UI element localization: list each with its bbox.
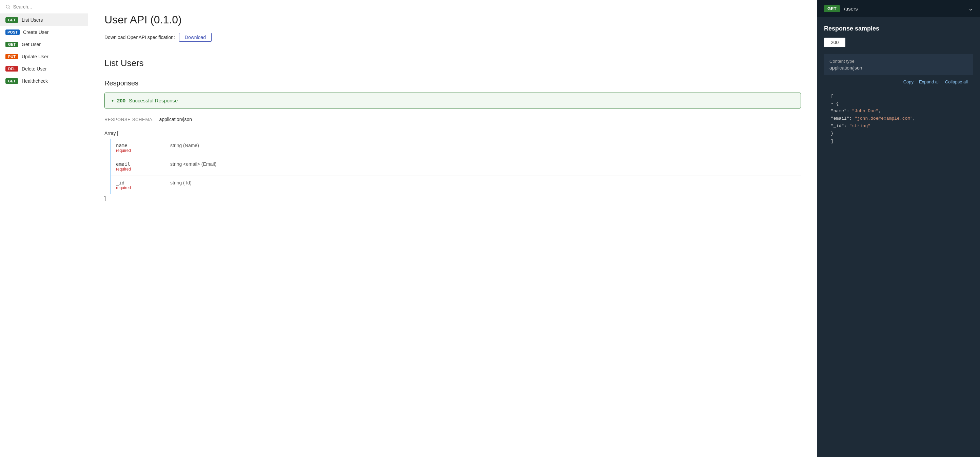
api-title: User API (0.1.0): [105, 14, 801, 26]
right-panel: GET /users ⌄ Response samples 200 Conten…: [817, 0, 980, 457]
nav-list: GETList UsersPOSTCreate UserGETGet UserP…: [0, 14, 88, 87]
response-code: 200: [117, 98, 126, 103]
response-200-box[interactable]: ▾ 200 Successful Response: [105, 92, 801, 108]
code-actions: Copy Expand all Collapse all: [824, 77, 973, 87]
close-bracket: ]: [105, 196, 801, 201]
svg-line-1: [9, 8, 10, 9]
sidebar-item-healthcheck[interactable]: GETHealthcheck: [0, 75, 88, 87]
nav-item-label: Delete User: [22, 66, 47, 71]
endpoint-method-badge: GET: [824, 5, 840, 12]
sidebar-item-update-user[interactable]: PUTUpdate User: [0, 51, 88, 63]
sidebar-item-create-user[interactable]: POSTCreate User: [0, 26, 88, 38]
schema-field-_id: _idrequiredstring ( Id): [111, 176, 801, 194]
nav-item-label: Update User: [22, 54, 48, 59]
sidebar-item-list-users[interactable]: GETList Users: [0, 14, 88, 26]
code-line: "email": "john.doe@example.com",: [831, 115, 966, 122]
schema-label: RESPONSE SCHEMA:: [105, 117, 154, 122]
search-input[interactable]: [13, 4, 83, 10]
field-name: name: [116, 143, 170, 148]
field-name-col: emailrequired: [116, 161, 170, 171]
field-required: required: [116, 186, 170, 190]
endpoint-chevron-icon[interactable]: ⌄: [968, 5, 973, 12]
field-name-col: _idrequired: [116, 180, 170, 190]
search-wrapper: [0, 0, 88, 14]
method-badge-post: POST: [5, 30, 20, 35]
chevron-down-icon: ▾: [111, 98, 114, 103]
code-line: "name": "John Doe",: [831, 108, 966, 115]
field-type: string (Name): [170, 143, 199, 148]
response-label: Successful Response: [129, 98, 178, 103]
main-content: User API (0.1.0) Download OpenAPI specif…: [88, 0, 817, 457]
method-badge-get: GET: [5, 42, 18, 47]
section-title: List Users: [105, 58, 801, 68]
content-type-label: Content type: [829, 59, 968, 64]
endpoint-left: GET /users: [824, 5, 858, 12]
responses-title: Responses: [105, 79, 801, 87]
download-label: Download OpenAPI specification:: [105, 35, 175, 40]
response-samples-title: Response samples: [824, 25, 973, 32]
copy-button[interactable]: Copy: [904, 79, 913, 84]
method-badge-del: DEL: [5, 66, 18, 71]
schema-field-email: emailrequiredstring <email> (Email): [111, 157, 801, 176]
content-type-value: application/json: [829, 65, 968, 70]
nav-item-label: Create User: [23, 30, 48, 35]
field-type: string <email> (Email): [170, 161, 216, 167]
sidebar-item-get-user[interactable]: GETGet User: [0, 38, 88, 51]
field-name-col: namerequired: [116, 143, 170, 153]
svg-point-0: [6, 5, 10, 8]
nav-item-label: Healthcheck: [22, 78, 48, 84]
status-tabs: 200: [824, 38, 973, 47]
sidebar: GETList UsersPOSTCreate UserGETGet UserP…: [0, 0, 88, 457]
field-name: _id: [116, 180, 170, 186]
code-line: - {: [831, 100, 966, 108]
schema-field-name: namerequiredstring (Name): [111, 139, 801, 157]
code-line: [: [831, 92, 966, 100]
code-line: "_id": "string": [831, 122, 966, 130]
sidebar-item-delete-user[interactable]: DELDelete User: [0, 63, 88, 75]
nav-item-label: List Users: [22, 17, 43, 23]
array-label: Array [: [105, 130, 801, 136]
schema-type: application/json: [159, 117, 192, 122]
response-samples-section: Response samples 200 Content type applic…: [817, 17, 980, 151]
search-icon: [5, 4, 10, 10]
schema-row: RESPONSE SCHEMA: application/json: [105, 117, 801, 125]
collapse-all-button[interactable]: Collapse all: [945, 79, 968, 84]
nav-item-label: Get User: [22, 42, 41, 47]
field-type: string ( Id): [170, 180, 192, 186]
search-box: [5, 4, 83, 10]
code-line: }: [831, 130, 966, 137]
field-required: required: [116, 148, 170, 153]
method-badge-put: PUT: [5, 54, 18, 59]
download-row: Download OpenAPI specification: Download: [105, 33, 801, 42]
field-name: email: [116, 161, 170, 167]
schema-tree: namerequiredstring (Name)emailrequiredst…: [110, 139, 801, 194]
endpoint-bar: GET /users ⌄: [817, 0, 980, 17]
field-required: required: [116, 167, 170, 171]
content-type-box: Content type application/json: [824, 54, 973, 75]
expand-all-button[interactable]: Expand all: [919, 79, 940, 84]
method-badge-get: GET: [5, 17, 18, 23]
code-block: [ - { "name": "John Doe", "email": "john…: [824, 87, 973, 151]
endpoint-path: /users: [844, 6, 858, 11]
method-badge-get: GET: [5, 78, 18, 84]
status-tab-200[interactable]: 200: [824, 38, 845, 47]
code-line: ]: [831, 138, 966, 145]
download-button[interactable]: Download: [179, 33, 212, 42]
